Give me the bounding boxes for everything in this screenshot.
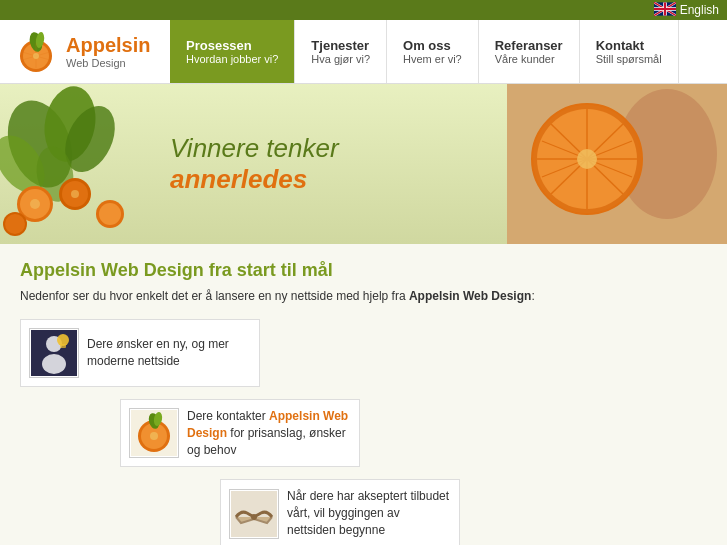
svg-point-16 — [30, 199, 40, 209]
intro-end: : — [531, 289, 534, 303]
intro-bold: Appelsin Web Design — [409, 289, 531, 303]
step-text-3: Når dere har akseptert tilbudet vårt, vi… — [287, 488, 451, 538]
nav-item-referanser[interactable]: Referanser Våre kunder — [479, 20, 580, 83]
nav-main-label: Kontakt — [596, 38, 662, 53]
svg-rect-40 — [60, 344, 66, 348]
intro-text: Nedenfor ser du hvor enkelt det er å lan… — [20, 289, 409, 303]
step-icon-3 — [229, 489, 279, 539]
hero-image — [507, 84, 727, 244]
logo-name: Appelsin — [66, 34, 150, 57]
language-selector[interactable]: English — [654, 2, 719, 19]
logo-text: Appelsin Web Design — [66, 34, 150, 69]
hero-line1: Vinnere tenker — [170, 133, 339, 164]
language-label: English — [680, 3, 719, 17]
step-row-1: Dere ønsker en ny, og mer moderne nettsi… — [20, 319, 707, 387]
step-card-2: Dere kontakter Appelsin Web Design for p… — [120, 399, 360, 467]
svg-point-34 — [577, 149, 597, 169]
person-orange-svg — [507, 84, 727, 244]
logo-icon — [14, 30, 58, 74]
nav-sub-label: Hvordan jobber vi? — [186, 53, 278, 65]
svg-point-19 — [71, 190, 79, 198]
header: Appelsin Web Design Prosessen Hvordan jo… — [0, 20, 727, 84]
orange-icon — [131, 410, 177, 456]
handshake-icon — [231, 491, 277, 537]
step-text-1: Dere ønsker en ny, og mer moderne nettsi… — [87, 336, 251, 370]
svg-point-48 — [251, 514, 257, 520]
svg-point-38 — [42, 354, 66, 374]
hero-line2: annerledes — [170, 164, 339, 195]
steps-container: Dere ønsker en ny, og mer moderne nettsi… — [20, 319, 707, 545]
main-nav: Prosessen Hvordan jobber vi? Tjenester H… — [170, 20, 727, 83]
hero-text: Vinnere tenker annerledes — [170, 133, 339, 195]
nav-item-prosessen[interactable]: Prosessen Hvordan jobber vi? — [170, 20, 295, 83]
nav-item-tjenester[interactable]: Tjenester Hva gjør vi? — [295, 20, 387, 83]
step-row-3: Når dere har akseptert tilbudet vårt, vi… — [220, 479, 707, 545]
main-content: Appelsin Web Design fra start til mål Ne… — [0, 244, 727, 545]
flag-icon — [654, 2, 676, 19]
svg-point-23 — [5, 214, 25, 234]
svg-point-21 — [99, 203, 121, 225]
nav-main-label: Prosessen — [186, 38, 278, 53]
logo-tagline: Web Design — [66, 57, 150, 69]
step-card-1: Dere ønsker en ny, og mer moderne nettsi… — [20, 319, 260, 387]
top-bar: English — [0, 0, 727, 20]
nav-sub-label: Våre kunder — [495, 53, 563, 65]
nav-sub-label: Hva gjør vi? — [311, 53, 370, 65]
nav-sub-label: Still spørsmål — [596, 53, 662, 65]
intro-paragraph: Nedenfor ser du hvor enkelt det er å lan… — [20, 289, 707, 303]
svg-point-8 — [33, 53, 39, 59]
logo-area: Appelsin Web Design — [0, 20, 170, 83]
nav-item-om-oss[interactable]: Om oss Hvem er vi? — [387, 20, 479, 83]
nav-main-label: Om oss — [403, 38, 462, 53]
nav-main-label: Referanser — [495, 38, 563, 53]
person-icon — [31, 330, 77, 376]
step-icon-2 — [129, 408, 179, 458]
nav-sub-label: Hvem er vi? — [403, 53, 462, 65]
step-row-2: Dere kontakter Appelsin Web Design for p… — [120, 399, 707, 467]
nav-main-label: Tjenester — [311, 38, 370, 53]
main-title: Appelsin Web Design fra start til mål — [20, 260, 707, 281]
step-card-3: Når dere har akseptert tilbudet vårt, vi… — [220, 479, 460, 545]
nav-item-kontakt[interactable]: Kontakt Still spørsmål — [580, 20, 679, 83]
step-icon-1 — [29, 328, 79, 378]
step-text-2: Dere kontakter Appelsin Web Design for p… — [187, 408, 351, 458]
hero-banner: Vinnere tenker annerledes — [0, 84, 727, 244]
step2-before: Dere kontakter — [187, 409, 269, 423]
hero-decoration — [0, 84, 160, 244]
svg-point-46 — [150, 432, 158, 440]
